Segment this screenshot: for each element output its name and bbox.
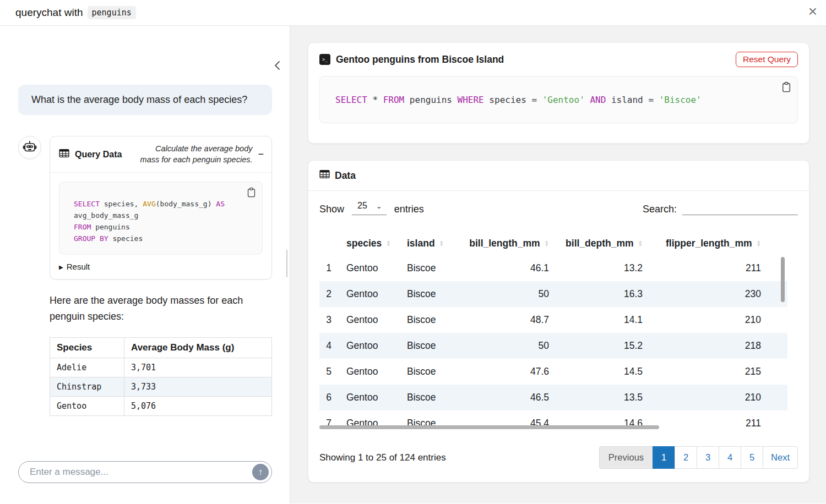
result-table-cell: Chinstrap [50,377,124,396]
cell-flipper-length: 211 [647,410,765,431]
sort-icons[interactable]: ▲▼ [757,240,761,246]
column-label: island [407,238,435,249]
result-label: Result [67,262,90,271]
close-icon[interactable]: × [808,2,817,21]
result-table-cell: Gentoo [50,396,124,415]
column-header-b[interactable]: b▲▼ [765,232,787,255]
chevron-down-icon: ⌄ [376,202,382,210]
cell-species: Gentoo [336,385,396,410]
previous-page-button[interactable]: Previous [599,446,653,469]
table-row: 5GentooBiscoe47.614.5215 [319,359,787,385]
column-header-bill_depth_mm[interactable]: bill_depth_mm▲▼ [553,232,647,255]
message-input[interactable] [30,467,252,478]
tool-card-title: Query Data [59,148,122,161]
page-size-value: 25 [357,201,367,211]
pagination: Previous12345Next [599,446,798,469]
sidebar-sql-text: SELECT species, AVG(body_mass_g) ASavg_b… [74,199,254,244]
data-table-viewport: species▲▼island▲▼bill_length_mm▲▼bill_de… [319,232,787,431]
result-disclosure[interactable]: ▶Result [59,262,263,271]
sidebar-resize-handle[interactable] [286,250,287,277]
search-area: Search: [643,201,798,215]
query-card-header: >_ Gentoo penguins from Biscoe Island Re… [308,43,809,76]
page-button-1[interactable]: 1 [653,446,675,469]
cell-rownum: 2 [319,281,336,307]
assistant-message-body: Query Data Calculate the average body ma… [50,136,272,416]
cell-island: Biscoe [396,307,454,333]
minus-icon[interactable]: − [258,149,264,160]
tool-card-body: SELECT species, AVG(body_mass_g) ASavg_b… [50,173,271,279]
result-table-cell: Adelie [50,358,124,377]
result-table-row: Chinstrap3,733 [50,377,272,396]
sort-icons[interactable]: ▲▼ [638,240,643,246]
data-card: Data Show 25 ⌄ entries Search: [308,160,809,483]
page-button-3[interactable]: 3 [697,446,719,469]
data-table-header-row: species▲▼island▲▼bill_length_mm▲▼bill_de… [319,232,787,255]
cell-bill-depth: 14.5 [553,359,647,385]
search-input[interactable] [682,201,798,215]
tool-card-header: Query Data Calculate the average body ma… [50,136,271,173]
page-size-select[interactable]: 25 ⌄ [352,201,387,215]
robot-avatar-icon [18,136,41,159]
cell-bill-length: 46.5 [454,385,553,410]
main-sql-code-block: SELECT * FROM penguins WHERE species = '… [319,76,798,123]
page-button-2[interactable]: 2 [675,446,697,469]
tool-card-subtitle: Calculate the average body mass for each… [137,144,252,165]
cell-species: Gentoo [336,255,396,281]
assistant-message: Query Data Calculate the average body ma… [18,136,272,416]
next-page-button[interactable]: Next [763,446,798,469]
app-title-text: querychat with [15,7,83,19]
show-label: Show [319,204,344,215]
cell-island: Biscoe [396,255,454,281]
column-header-island[interactable]: island▲▼ [396,232,454,255]
cell-bill-depth: 16.3 [553,281,647,307]
data-card-title: Data [335,170,356,182]
entries-info: Showing 1 to 25 of 124 entries [319,452,446,463]
assistant-response-text: Here are the average body masses for eac… [50,293,272,325]
column-label: flipper_length_mm [666,238,752,249]
cell-bill-depth: 13.5 [553,385,647,410]
vertical-scrollbar[interactable] [781,257,785,302]
table-controls: Show 25 ⌄ entries Search: [319,201,798,215]
clipboard-icon[interactable] [247,187,256,199]
result-table-cell: 3,701 [124,358,272,377]
page-button-4[interactable]: 4 [719,446,741,469]
reset-query-button[interactable]: Reset Query [736,52,798,67]
cell-body-mass [765,385,787,410]
data-table: species▲▼island▲▼bill_length_mm▲▼bill_de… [319,232,787,431]
result-col-avg-body-mass: Average Body Mass (g) [124,337,272,358]
cell-bill-length: 48.7 [454,307,553,333]
cell-flipper-length: 230 [647,281,765,307]
page-button-5[interactable]: 5 [741,446,763,469]
sort-icons[interactable]: ▲▼ [386,240,390,246]
column-header-bill_length_mm[interactable]: bill_length_mm▲▼ [454,232,553,255]
data-table-footer: Showing 1 to 25 of 124 entries Previous1… [319,446,798,469]
cell-island: Biscoe [396,281,454,307]
clipboard-icon[interactable] [781,81,791,94]
sql-line: GROUP BY species [74,233,254,245]
collapse-sidebar-icon[interactable] [273,60,281,73]
table-row: 6GentooBiscoe46.513.5210 [319,385,787,410]
terminal-glyph: >_ [322,57,328,62]
app-header: querychat with penguins × [0,0,826,26]
cell-species: Gentoo [336,359,396,385]
sort-icons[interactable]: ▲▼ [439,240,444,246]
table-icon [319,169,330,182]
table-row: 4GentooBiscoe5015.2218 [319,333,787,359]
dataset-name-chip: penguins [88,6,136,19]
cell-bill-depth: 13.2 [553,255,647,281]
table-icon [59,148,69,161]
horizontal-scrollbar[interactable] [319,425,659,429]
result-table-row: Adelie3,701 [50,358,272,377]
data-card-body: Show 25 ⌄ entries Search: [308,191,809,482]
cell-flipper-length: 211 [647,255,765,281]
query-data-tool-card: Query Data Calculate the average body ma… [50,136,272,280]
column-header-flipper_length_mm[interactable]: flipper_length_mm▲▼ [647,232,765,255]
sort-icons[interactable]: ▲▼ [545,240,549,246]
cell-body-mass [765,359,787,385]
column-header-species[interactable]: species▲▼ [336,232,396,255]
terminal-icon: >_ [319,54,330,65]
send-button[interactable]: ↑ [252,464,269,480]
arrow-up-icon: ↑ [258,467,263,477]
cell-rownum: 1 [319,255,336,281]
table-row: 3GentooBiscoe48.714.1210 [319,307,787,333]
